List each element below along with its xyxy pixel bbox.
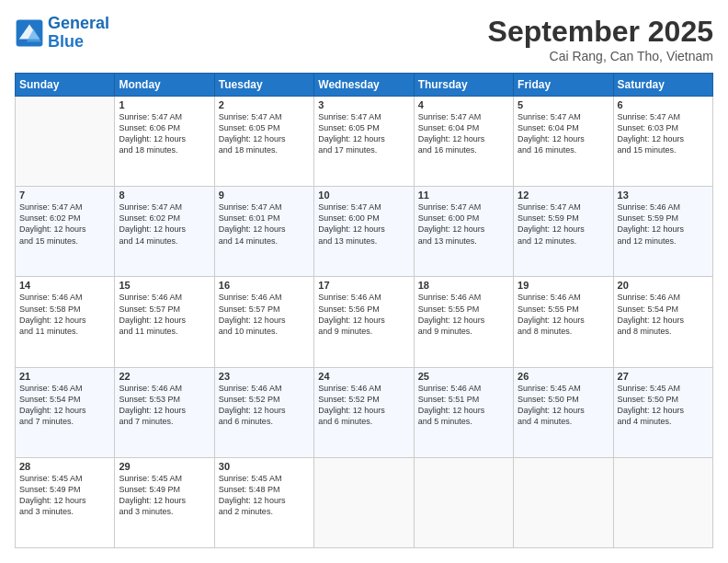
day-info: Sunrise: 5:46 AMSunset: 5:55 PMDaylight:… xyxy=(418,292,509,337)
logo-general: General xyxy=(48,14,109,32)
day-number: 18 xyxy=(418,280,509,291)
day-number: 10 xyxy=(318,190,409,201)
calendar-cell: 24Sunrise: 5:46 AMSunset: 5:52 PMDayligh… xyxy=(314,367,414,457)
header: General Blue September 2025 Cai Rang, Ca… xyxy=(15,15,713,63)
calendar-cell: 6Sunrise: 5:47 AMSunset: 6:03 PMDaylight… xyxy=(613,97,712,187)
calendar-cell xyxy=(514,457,613,547)
calendar-cell: 27Sunrise: 5:45 AMSunset: 5:50 PMDayligh… xyxy=(613,367,712,457)
day-info: Sunrise: 5:46 AMSunset: 5:54 PMDaylight:… xyxy=(19,383,110,428)
calendar-table: SundayMondayTuesdayWednesdayThursdayFrid… xyxy=(15,73,713,548)
day-number: 6 xyxy=(618,99,709,110)
calendar-cell: 2Sunrise: 5:47 AMSunset: 6:05 PMDaylight… xyxy=(214,97,313,187)
month-title: September 2025 xyxy=(488,15,713,49)
calendar-cell: 18Sunrise: 5:46 AMSunset: 5:55 PMDayligh… xyxy=(414,277,513,367)
weekday-header-wednesday: Wednesday xyxy=(314,74,414,97)
day-info: Sunrise: 5:46 AMSunset: 5:52 PMDaylight:… xyxy=(219,383,310,428)
calendar-cell: 11Sunrise: 5:47 AMSunset: 6:00 PMDayligh… xyxy=(414,187,513,277)
calendar-cell xyxy=(16,97,115,187)
week-row-5: 28Sunrise: 5:45 AMSunset: 5:49 PMDayligh… xyxy=(16,457,713,547)
day-info: Sunrise: 5:47 AMSunset: 6:02 PMDaylight:… xyxy=(119,201,210,247)
logo-blue: Blue xyxy=(48,32,84,51)
day-info: Sunrise: 5:46 AMSunset: 5:51 PMDaylight:… xyxy=(418,383,509,428)
calendar-cell: 19Sunrise: 5:46 AMSunset: 5:55 PMDayligh… xyxy=(514,277,613,367)
day-number: 7 xyxy=(19,190,110,201)
day-info: Sunrise: 5:47 AMSunset: 6:05 PMDaylight:… xyxy=(219,111,310,156)
day-number: 29 xyxy=(119,461,210,472)
logo-icon xyxy=(15,18,44,48)
day-info: Sunrise: 5:45 AMSunset: 5:50 PMDaylight:… xyxy=(618,383,709,428)
location: Cai Rang, Can Tho, Vietnam xyxy=(488,49,713,63)
day-info: Sunrise: 5:47 AMSunset: 6:04 PMDaylight:… xyxy=(418,111,509,156)
day-info: Sunrise: 5:46 AMSunset: 5:55 PMDaylight:… xyxy=(518,292,609,337)
day-number: 25 xyxy=(418,371,509,382)
calendar-cell: 14Sunrise: 5:46 AMSunset: 5:58 PMDayligh… xyxy=(16,277,115,367)
day-info: Sunrise: 5:47 AMSunset: 6:00 PMDaylight:… xyxy=(418,201,509,247)
day-info: Sunrise: 5:47 AMSunset: 6:05 PMDaylight:… xyxy=(318,111,409,156)
day-number: 2 xyxy=(219,99,310,110)
day-info: Sunrise: 5:46 AMSunset: 5:56 PMDaylight:… xyxy=(318,292,409,337)
weekday-header-sunday: Sunday xyxy=(16,74,115,97)
calendar-cell: 23Sunrise: 5:46 AMSunset: 5:52 PMDayligh… xyxy=(214,367,313,457)
day-number: 16 xyxy=(219,280,310,291)
weekday-header-tuesday: Tuesday xyxy=(214,74,313,97)
week-row-4: 21Sunrise: 5:46 AMSunset: 5:54 PMDayligh… xyxy=(16,367,713,457)
weekday-header-thursday: Thursday xyxy=(414,74,513,97)
day-number: 20 xyxy=(618,280,709,291)
day-info: Sunrise: 5:47 AMSunset: 6:02 PMDaylight:… xyxy=(19,201,110,247)
calendar-cell: 9Sunrise: 5:47 AMSunset: 6:01 PMDaylight… xyxy=(214,187,313,277)
day-info: Sunrise: 5:45 AMSunset: 5:48 PMDaylight:… xyxy=(219,473,310,518)
calendar-cell: 15Sunrise: 5:46 AMSunset: 5:57 PMDayligh… xyxy=(115,277,214,367)
day-number: 4 xyxy=(418,99,509,110)
logo-text: General Blue xyxy=(48,15,109,52)
calendar-cell: 3Sunrise: 5:47 AMSunset: 6:05 PMDaylight… xyxy=(314,97,414,187)
day-number: 24 xyxy=(318,371,409,382)
day-info: Sunrise: 5:46 AMSunset: 5:59 PMDaylight:… xyxy=(618,201,709,247)
calendar-cell: 5Sunrise: 5:47 AMSunset: 6:04 PMDaylight… xyxy=(514,97,613,187)
week-row-2: 7Sunrise: 5:47 AMSunset: 6:02 PMDaylight… xyxy=(16,187,713,277)
calendar-cell: 8Sunrise: 5:47 AMSunset: 6:02 PMDaylight… xyxy=(115,187,214,277)
day-info: Sunrise: 5:46 AMSunset: 5:54 PMDaylight:… xyxy=(618,292,709,337)
day-number: 5 xyxy=(518,99,609,110)
calendar-cell: 4Sunrise: 5:47 AMSunset: 6:04 PMDaylight… xyxy=(414,97,513,187)
day-info: Sunrise: 5:46 AMSunset: 5:53 PMDaylight:… xyxy=(119,383,210,428)
day-number: 14 xyxy=(19,280,110,291)
day-info: Sunrise: 5:46 AMSunset: 5:57 PMDaylight:… xyxy=(219,292,310,337)
day-info: Sunrise: 5:47 AMSunset: 6:04 PMDaylight:… xyxy=(518,111,609,156)
calendar-cell: 13Sunrise: 5:46 AMSunset: 5:59 PMDayligh… xyxy=(613,187,712,277)
day-number: 27 xyxy=(618,371,709,382)
day-number: 13 xyxy=(618,190,709,201)
day-number: 23 xyxy=(219,371,310,382)
calendar-cell: 17Sunrise: 5:46 AMSunset: 5:56 PMDayligh… xyxy=(314,277,414,367)
day-number: 17 xyxy=(318,280,409,291)
day-number: 15 xyxy=(119,280,210,291)
day-number: 28 xyxy=(19,461,110,472)
day-number: 26 xyxy=(518,371,609,382)
calendar-cell: 16Sunrise: 5:46 AMSunset: 5:57 PMDayligh… xyxy=(214,277,313,367)
calendar-cell xyxy=(314,457,414,547)
day-number: 19 xyxy=(518,280,609,291)
day-number: 30 xyxy=(219,461,310,472)
calendar-cell xyxy=(414,457,513,547)
calendar-cell: 29Sunrise: 5:45 AMSunset: 5:49 PMDayligh… xyxy=(115,457,214,547)
calendar-cell: 25Sunrise: 5:46 AMSunset: 5:51 PMDayligh… xyxy=(414,367,513,457)
week-row-3: 14Sunrise: 5:46 AMSunset: 5:58 PMDayligh… xyxy=(16,277,713,367)
calendar-cell: 21Sunrise: 5:46 AMSunset: 5:54 PMDayligh… xyxy=(16,367,115,457)
title-block: September 2025 Cai Rang, Can Tho, Vietna… xyxy=(488,15,713,63)
weekday-header-saturday: Saturday xyxy=(613,74,712,97)
day-number: 21 xyxy=(19,371,110,382)
day-info: Sunrise: 5:45 AMSunset: 5:49 PMDaylight:… xyxy=(119,473,210,518)
day-info: Sunrise: 5:46 AMSunset: 5:52 PMDaylight:… xyxy=(318,383,409,428)
day-info: Sunrise: 5:47 AMSunset: 6:06 PMDaylight:… xyxy=(119,111,210,156)
day-info: Sunrise: 5:45 AMSunset: 5:49 PMDaylight:… xyxy=(19,473,110,518)
day-info: Sunrise: 5:47 AMSunset: 6:01 PMDaylight:… xyxy=(219,201,310,247)
calendar-cell: 1Sunrise: 5:47 AMSunset: 6:06 PMDaylight… xyxy=(115,97,214,187)
calendar-cell: 28Sunrise: 5:45 AMSunset: 5:49 PMDayligh… xyxy=(16,457,115,547)
calendar-cell: 26Sunrise: 5:45 AMSunset: 5:50 PMDayligh… xyxy=(514,367,613,457)
day-info: Sunrise: 5:46 AMSunset: 5:57 PMDaylight:… xyxy=(119,292,210,337)
calendar-cell: 30Sunrise: 5:45 AMSunset: 5:48 PMDayligh… xyxy=(214,457,313,547)
weekday-header-friday: Friday xyxy=(514,74,613,97)
page: General Blue September 2025 Cai Rang, Ca… xyxy=(0,0,728,563)
day-number: 11 xyxy=(418,190,509,201)
day-number: 1 xyxy=(119,99,210,110)
day-info: Sunrise: 5:47 AMSunset: 5:59 PMDaylight:… xyxy=(518,201,609,247)
